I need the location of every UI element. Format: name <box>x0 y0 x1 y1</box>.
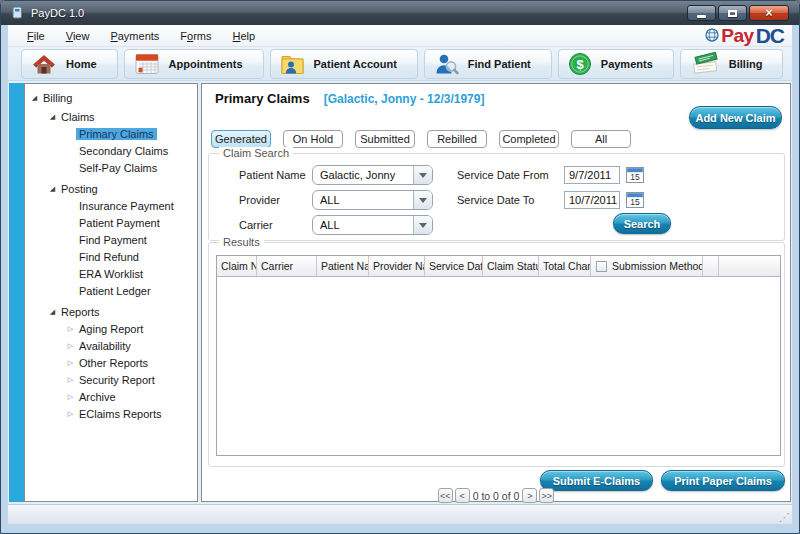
service-date-from-input[interactable] <box>564 166 620 184</box>
billing-toolbar-button[interactable]: Billing <box>680 49 784 79</box>
title-bar[interactable]: PayDC 1.0 × <box>1 1 799 25</box>
tree-item-label: Other Reports <box>76 357 151 369</box>
sidebar-item-archive[interactable]: ▷Archive <box>25 388 197 405</box>
tab-on-hold[interactable]: On Hold <box>283 130 343 148</box>
find-patient-toolbar-button[interactable]: Find Patient <box>424 49 552 79</box>
tree-item-label: Insurance Payment <box>76 200 177 212</box>
pagination-first-button[interactable]: << <box>438 488 453 503</box>
pagination-status: 0 to 0 of 0 <box>473 490 520 502</box>
tab-submitted[interactable]: Submitted <box>355 130 415 148</box>
column-header-service-date[interactable]: Service Date <box>425 256 483 277</box>
sidebar-item-availability[interactable]: ▷Availability <box>25 337 197 354</box>
tree-item-label: ERA Worklist <box>76 268 146 280</box>
tab-rebilled[interactable]: Rebilled <box>427 130 487 148</box>
tree-item-label: Aging Report <box>76 323 146 335</box>
service-date-from-calendar-icon[interactable]: 15 <box>625 167 644 184</box>
tree-item-label: Find Refund <box>76 251 142 263</box>
payments-toolbar-button[interactable]: $Payments <box>558 49 674 79</box>
sidebar-item-patient-payment[interactable]: Patient Payment <box>25 214 197 231</box>
sidebar-item-self-pay-claims[interactable]: Self-Pay Claims <box>25 159 197 176</box>
tree-expanded-icon[interactable]: ◢ <box>47 113 58 121</box>
sidebar-item-aging-report[interactable]: ▷Aging Report <box>25 320 197 337</box>
service-date-to-input[interactable] <box>564 191 620 209</box>
patient-context: [Galactic, Jonny - 12/3/1979] <box>324 92 485 106</box>
provider-select[interactable]: ALL <box>312 190 433 210</box>
column-header-filler <box>719 256 780 277</box>
column-header-carrier[interactable]: Carrier <box>257 256 317 277</box>
tree-item-label: Billing <box>40 92 75 104</box>
tree-collapsed-icon[interactable]: ▷ <box>65 359 76 367</box>
sidebar-item-eclaims-reports[interactable]: ▷EClaims Reports <box>25 405 197 422</box>
menu-view[interactable]: View <box>57 27 99 45</box>
sidebar-item-posting[interactable]: ◢Posting <box>25 180 197 197</box>
sidebar-item-secondary-claims[interactable]: Secondary Claims <box>25 142 197 159</box>
chevron-down-icon <box>413 216 432 234</box>
sidebar-item-era-worklist[interactable]: ERA Worklist <box>25 265 197 282</box>
column-header-claim-status[interactable]: Claim Status <box>483 256 539 277</box>
results-grid: Claim No.CarrierPatient NameProvider Nam… <box>216 255 781 456</box>
select-all-checkbox[interactable] <box>596 261 607 272</box>
column-header-provider-name[interactable]: Provider Name <box>369 256 425 277</box>
receipt-icon <box>690 52 720 76</box>
sidebar-item-reports[interactable]: ◢Reports <box>25 303 197 320</box>
status-bar: ⋰ <box>8 504 792 524</box>
logo-text-pay: Pay <box>721 25 753 47</box>
tree-item-label: Claims <box>58 111 98 123</box>
provider-label: Provider <box>239 194 280 206</box>
menu-help[interactable]: Help <box>224 27 265 45</box>
menu-forms[interactable]: Forms <box>171 27 220 45</box>
sidebar-item-security-report[interactable]: ▷Security Report <box>25 371 197 388</box>
minimize-button[interactable] <box>687 5 716 21</box>
tree-item-label: Reports <box>58 306 103 318</box>
sidebar-item-primary-claims[interactable]: Primary Claims <box>25 125 197 142</box>
service-date-to-calendar-icon[interactable]: 15 <box>625 192 644 209</box>
sidebar-item-insurance-payment[interactable]: Insurance Payment <box>25 197 197 214</box>
maximize-button[interactable] <box>718 5 747 21</box>
column-header-total-charges[interactable]: Total Charges( <box>539 256 591 277</box>
tree-expanded-icon[interactable]: ◢ <box>47 185 58 193</box>
tree-expanded-icon[interactable]: ◢ <box>29 94 40 102</box>
menu-file[interactable]: File <box>18 27 54 45</box>
main-panel: Primary Claims[Galactic, Jonny - 12/3/19… <box>201 83 791 502</box>
service-date-to-label: Service Date To <box>457 194 534 206</box>
home-toolbar-button[interactable]: Home <box>21 49 118 79</box>
tree-collapsed-icon[interactable]: ▷ <box>65 376 76 384</box>
close-button[interactable]: × <box>749 5 789 21</box>
column-header-patient-name[interactable]: Patient Name <box>317 256 369 277</box>
pagination-next-button[interactable]: > <box>522 488 537 503</box>
column-header-blank[interactable] <box>703 256 719 277</box>
tree-item-label: Patient Ledger <box>76 285 154 297</box>
carrier-label: Carrier <box>239 219 273 231</box>
appointments-toolbar-button[interactable]: Appointments <box>124 49 264 79</box>
patient-account-toolbar-button[interactable]: Patient Account <box>270 49 418 79</box>
sidebar-item-billing[interactable]: ◢Billing <box>25 89 197 106</box>
tab-generated[interactable]: Generated <box>211 130 271 148</box>
column-header-claim-no[interactable]: Claim No. <box>217 256 257 277</box>
tab-completed[interactable]: Completed <box>499 130 559 148</box>
sidebar-item-other-reports[interactable]: ▷Other Reports <box>25 354 197 371</box>
pagination-prev-button[interactable]: < <box>455 488 470 503</box>
window-title: PayDC 1.0 <box>31 7 84 19</box>
tree-collapsed-icon[interactable]: ▷ <box>65 325 76 333</box>
column-header-submission-method[interactable]: Submission Method <box>591 256 703 277</box>
tree-collapsed-icon[interactable]: ▷ <box>65 342 76 350</box>
sidebar-item-find-refund[interactable]: Find Refund <box>25 248 197 265</box>
tree-collapsed-icon[interactable]: ▷ <box>65 410 76 418</box>
tree-expanded-icon[interactable]: ◢ <box>47 308 58 316</box>
resize-grip[interactable]: ⋰ <box>779 512 790 523</box>
tab-all[interactable]: All <box>571 130 631 148</box>
service-date-from-label: Service Date From <box>457 169 549 181</box>
carrier-select[interactable]: ALL <box>312 215 433 235</box>
pagination-last-button[interactable]: >> <box>539 488 554 503</box>
menu-payments[interactable]: Payments <box>101 27 168 45</box>
patient-name-select[interactable]: Galactic, Jonny <box>312 165 433 185</box>
globe-icon <box>705 28 719 44</box>
search-button[interactable]: Search <box>613 213 671 234</box>
sidebar-item-claims[interactable]: ◢Claims <box>25 108 197 125</box>
sidebar-item-patient-ledger[interactable]: Patient Ledger <box>25 282 197 299</box>
tree-item-label: Patient Payment <box>76 217 163 229</box>
sidebar-item-find-payment[interactable]: Find Payment <box>25 231 197 248</box>
tree-item-label: Self-Pay Claims <box>76 162 160 174</box>
tree-collapsed-icon[interactable]: ▷ <box>65 393 76 401</box>
add-new-claim-button[interactable]: Add New Claim <box>689 106 782 129</box>
